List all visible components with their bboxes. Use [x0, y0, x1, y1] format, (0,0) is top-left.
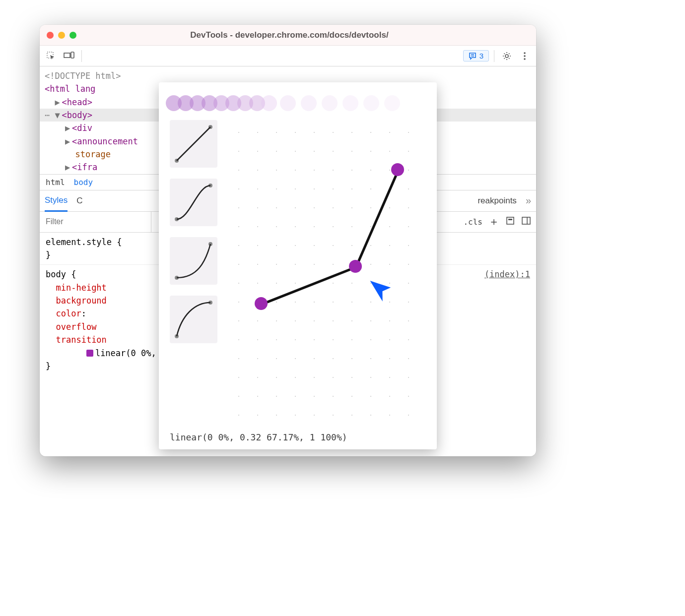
prop-overflow[interactable]: overflow	[56, 322, 96, 332]
preset-list	[170, 120, 217, 427]
svg-point-8	[524, 58, 526, 60]
tab-computed[interactable]: C	[76, 196, 82, 206]
preset-linear[interactable]	[170, 120, 217, 168]
devtools-window: DevTools - developer.chrome.com/docs/dev…	[40, 25, 536, 456]
curve-handle-start[interactable]	[255, 297, 268, 310]
svg-rect-1	[64, 53, 70, 58]
doctype-node[interactable]: <!DOCTYPE html>	[45, 69, 531, 82]
divider	[494, 50, 494, 62]
inspect-icon[interactable]	[44, 49, 59, 63]
issues-button[interactable]: 3	[463, 50, 489, 62]
divider	[81, 50, 82, 62]
easing-editor-popover: linear(0 0%, 0.32 67.17%, 1 100%)	[159, 82, 437, 449]
curve-handle-mid[interactable]	[349, 260, 362, 273]
tab-styles[interactable]: Styles	[45, 195, 68, 212]
cursor-arrow-icon	[367, 274, 400, 307]
curve-editor[interactable]	[226, 120, 426, 427]
easing-text[interactable]: linear(0 0%, 0.32 67.17%, 1 100%)	[170, 427, 426, 442]
svg-rect-11	[522, 217, 530, 224]
computed-layout-icon[interactable]	[505, 216, 515, 228]
new-rule-icon[interactable]: ＋	[488, 214, 499, 229]
rule-source-link[interactable]: (index):1	[484, 268, 530, 281]
curve-handle-end[interactable]	[391, 163, 404, 176]
preset-ease-in[interactable]	[170, 237, 217, 285]
sidebar-toggle-icon[interactable]	[521, 216, 531, 228]
svg-point-6	[524, 52, 526, 54]
filter-input[interactable]	[40, 212, 151, 232]
prop-min-height[interactable]: min-height	[56, 283, 106, 293]
svg-rect-9	[507, 217, 514, 224]
svg-point-7	[524, 55, 526, 57]
body-selector: body {	[46, 269, 76, 279]
cls-toggle[interactable]: .cls	[463, 217, 482, 227]
device-mode-icon[interactable]	[62, 49, 76, 63]
prop-transition[interactable]: transition	[56, 335, 106, 345]
easing-preview-track	[170, 93, 426, 113]
tab-breakpoints[interactable]: reakpoints	[478, 196, 516, 206]
kebab-icon[interactable]	[517, 49, 532, 63]
main-toolbar: 3	[40, 46, 536, 66]
easing-swatch-icon[interactable]	[86, 350, 93, 357]
svg-point-5	[505, 55, 508, 58]
titlebar: DevTools - developer.chrome.com/docs/dev…	[40, 25, 536, 46]
svg-rect-10	[508, 219, 512, 220]
issues-count: 3	[480, 52, 483, 60]
svg-rect-2	[71, 52, 74, 58]
more-tabs-icon[interactable]: »	[526, 195, 531, 206]
curve-path	[226, 120, 426, 359]
chat-icon	[469, 52, 477, 60]
breadcrumb-body[interactable]: body	[74, 178, 93, 187]
preset-ease-in-out[interactable]	[170, 179, 217, 226]
breadcrumb-html[interactable]: html	[46, 178, 65, 187]
window-title: DevTools - developer.chrome.com/docs/dev…	[50, 30, 529, 40]
gear-icon[interactable]	[499, 49, 514, 63]
prop-background[interactable]: background	[56, 296, 106, 306]
prop-color[interactable]: color	[56, 308, 81, 318]
element-style-selector: element.style {	[46, 237, 122, 247]
preset-ease-out[interactable]	[170, 296, 217, 343]
